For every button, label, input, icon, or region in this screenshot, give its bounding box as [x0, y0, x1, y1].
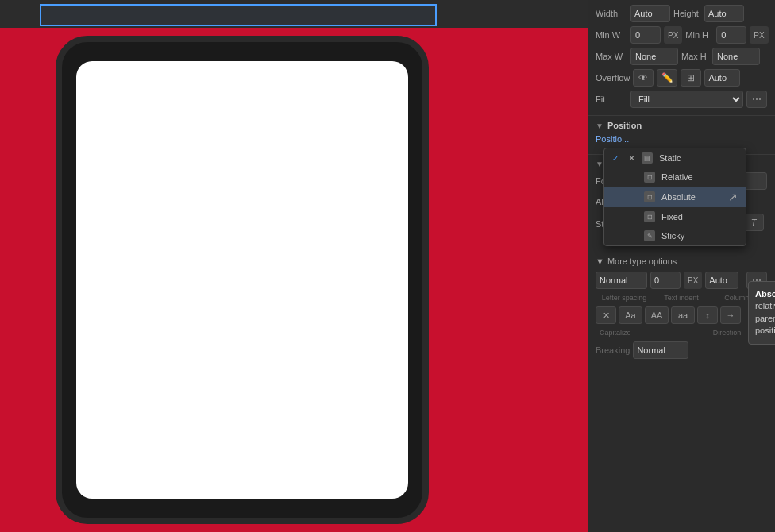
position-title: Position	[607, 121, 642, 130]
position-menu-item-static[interactable]: ✓ ✕ ▤ Static	[604, 148, 746, 168]
height-label: Height	[673, 9, 701, 18]
sticky-icon: ✎	[644, 230, 655, 241]
absolute-tooltip: Absolute positions an element relative t…	[748, 281, 775, 345]
capitalize-row: ✕ Aa AA aa ↕ →	[588, 304, 775, 326]
spacing-labels-row: Letter spacing Text indent Columns	[588, 291, 775, 304]
static-check: ✓	[612, 154, 622, 163]
fixed-icon: ⊡	[644, 211, 655, 222]
absolute-icon: ⊡	[644, 191, 655, 202]
fit-label: Fit	[596, 94, 627, 104]
fit-more-btn[interactable]: ⋯	[746, 91, 767, 108]
breaking-input[interactable]	[633, 341, 688, 359]
more-type-label: More type options	[607, 256, 677, 266]
static-label: Static	[659, 153, 681, 163]
canvas-top-bar	[0, 0, 588, 28]
selection-box	[40, 4, 437, 26]
width-label: Width	[596, 9, 627, 18]
more-type-toggle[interactable]: ▼ More type options	[588, 253, 775, 269]
dir-right-btn[interactable]: →	[720, 306, 741, 324]
relative-icon: ⊡	[644, 172, 655, 183]
position-menu-item-relative[interactable]: ✓ ⊡ Relative	[604, 168, 746, 187]
more-type-collapse: ▼	[596, 256, 604, 266]
position-section: ▼ Position Positio... ✓ ✕ ▤ Static ✓ ⊡ R…	[588, 116, 775, 155]
cap-x-btn[interactable]: ✕	[596, 306, 616, 324]
max-w-label: Max W	[596, 52, 627, 61]
overflow-label: Overflow	[596, 73, 630, 83]
position-label-row: Positio...	[596, 134, 767, 144]
max-h-label: Max H	[681, 52, 709, 61]
line-height-input[interactable]	[705, 272, 738, 289]
position-menu-item-absolute[interactable]: ✓ ⊡ Absolute ↗	[604, 187, 746, 207]
device-frame	[56, 36, 429, 524]
cursor-indicator: ↗	[728, 191, 738, 203]
relative-label: Relative	[661, 172, 693, 182]
position-header: ▼ Position	[596, 121, 767, 130]
dimensions-section: Width Height Min W PX Min H PX Max W Max…	[588, 0, 775, 116]
absolute-label: Absolute	[661, 192, 696, 202]
breaking-label: Breaking	[596, 345, 630, 355]
overflow-scroll-btn[interactable]: ⊞	[681, 69, 701, 87]
fit-row: Fit Fill Fit Crop ⋯	[596, 91, 767, 108]
min-w-input[interactable]	[630, 26, 661, 44]
static-icon: ▤	[642, 152, 653, 164]
cap-AA-btn[interactable]: AA	[645, 306, 669, 324]
min-w-unit: PX	[664, 26, 682, 44]
position-menu-item-fixed[interactable]: ✓ ⊡ Fixed	[604, 207, 746, 226]
text-indent-lbl: Text indent	[653, 294, 710, 302]
capitalize-lbl: Capitalize	[596, 329, 687, 337]
letter-spacing-lbl: Letter spacing	[596, 294, 653, 302]
more-type-section: ▼ More type options PX ⋯ Letter spacing …	[588, 253, 775, 361]
cap-aa-btn[interactable]: Aa	[619, 306, 642, 324]
overflow-row: Overflow 👁 ✏️ ⊞	[596, 69, 767, 87]
position-menu: ✓ ✕ ▤ Static ✓ ⊡ Relative ✓ ⊡ Absolute ↗	[603, 148, 746, 246]
width-input[interactable]	[630, 5, 670, 22]
fixed-label: Fixed	[661, 212, 683, 222]
cap-aa-lower-btn[interactable]: aa	[671, 306, 695, 324]
overflow-hidden-btn[interactable]: ✏️	[657, 69, 677, 87]
min-h-unit: PX	[750, 26, 768, 44]
dir-updown-btn[interactable]: ↕	[697, 306, 718, 324]
overflow-visible-btn[interactable]: 👁	[633, 69, 654, 87]
right-panel: Width Height Min W PX Min H PX Max W Max…	[588, 0, 775, 532]
breaking-row: Breaking	[588, 339, 775, 361]
canvas	[0, 0, 588, 532]
max-h-input[interactable]	[712, 48, 760, 65]
max-w-input[interactable]	[630, 48, 678, 65]
height-input[interactable]	[704, 5, 744, 22]
cap-dir-labels: Capitalize Direction	[588, 326, 775, 339]
min-w-label: Min W	[596, 30, 627, 40]
letter-spacing-input[interactable]	[596, 272, 647, 289]
letter-spacing-row: PX ⋯	[588, 269, 775, 291]
position-collapse-icon[interactable]: ▼	[596, 121, 603, 130]
typography-collapse-icon[interactable]: ▼	[596, 160, 603, 168]
sticky-label: Sticky	[661, 231, 684, 241]
position-menu-item-sticky[interactable]: ✓ ✎ Sticky	[604, 226, 746, 245]
letter-spacing-num[interactable]	[650, 272, 681, 289]
letter-spacing-unit: PX	[684, 272, 702, 289]
static-x: ✕	[628, 153, 635, 164]
overflow-auto-input[interactable]	[704, 69, 740, 87]
min-h-label: Min H	[685, 30, 713, 40]
position-sublabel: Positio...	[596, 134, 629, 144]
min-h-input[interactable]	[716, 26, 746, 44]
tooltip-keyword: Absolute	[755, 289, 775, 299]
device-screen	[76, 61, 408, 499]
fit-select[interactable]: Fill Fit Crop	[630, 91, 743, 108]
